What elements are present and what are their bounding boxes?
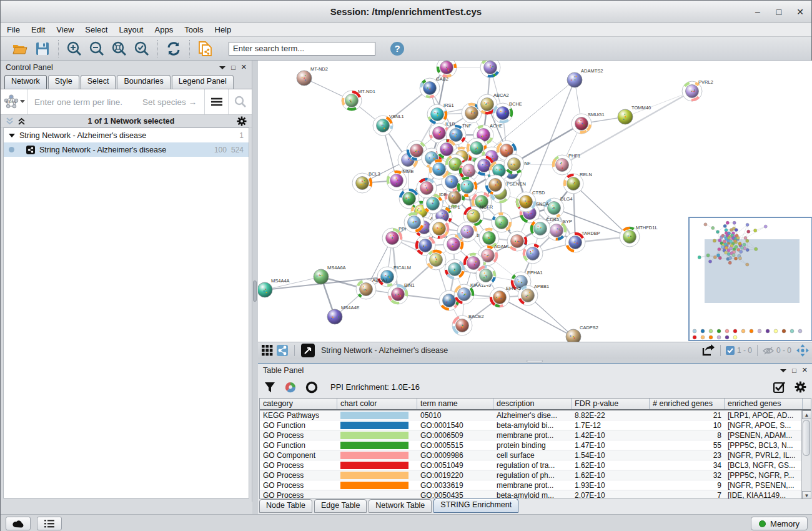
close-button[interactable]: ✕ — [795, 7, 805, 17]
float-panel-icon[interactable]: □ — [792, 367, 796, 374]
menu-help[interactable]: Help — [215, 25, 232, 34]
network-node-tardbp[interactable]: TARDBP — [565, 231, 600, 252]
network-node[interactable] — [457, 222, 477, 242]
scroll-thumb[interactable] — [803, 420, 810, 456]
tab-string-enrichment[interactable]: STRING Enrichment — [433, 499, 518, 513]
table-row[interactable]: GO ProcessGO:0033619membrane prot...1.93… — [260, 480, 811, 490]
navigator-icon[interactable] — [796, 344, 809, 357]
table-row[interactable]: GO ProcessGO:0006509membrane prot...1.42… — [260, 430, 811, 440]
column-header-description[interactable]: description — [493, 399, 572, 409]
collapse-all-icon[interactable] — [6, 117, 14, 125]
table-row[interactable]: GO ProcessGO:0050435beta-amyloid m...2.0… — [260, 490, 811, 499]
network-node-pvrl2[interactable]: PVRL2 — [682, 79, 713, 101]
network-node-apbb1[interactable]: APBB1 — [518, 284, 549, 305]
table-row[interactable]: GO ComponentGO:0009986cell surface1.54E-… — [260, 450, 811, 460]
filter-icon[interactable] — [264, 382, 275, 393]
network-row[interactable]: String Network - Alzheimer's disease 100… — [4, 142, 249, 157]
tab-boundaries[interactable]: Boundaries — [117, 75, 170, 89]
annotation-mode-icon[interactable] — [301, 344, 315, 357]
table-gear-icon[interactable] — [795, 381, 806, 393]
menu-view[interactable]: View — [56, 25, 74, 34]
network-node-tomm40[interactable]: TOMM40 — [618, 105, 651, 124]
network-node[interactable] — [417, 178, 437, 198]
zoom-out-icon[interactable] — [89, 41, 105, 57]
network-node[interactable] — [457, 177, 477, 197]
network-node[interactable] — [404, 212, 424, 232]
string-logo-dropdown[interactable]: STRING — [1, 89, 28, 114]
network-node-smug1[interactable]: SMUG1 — [572, 112, 605, 134]
network-node-cadps2[interactable]: CADPS2 — [566, 325, 598, 342]
memory-button[interactable]: Memory — [751, 517, 808, 530]
network-node-reln[interactable]: RELN — [563, 172, 592, 194]
panel-menu-icon[interactable] — [780, 368, 786, 373]
network-options-gear-icon[interactable] — [237, 116, 247, 126]
export-network-icon[interactable] — [701, 344, 715, 357]
zoom-selected-icon[interactable] — [134, 41, 150, 57]
tab-network-table[interactable]: Network Table — [369, 499, 432, 513]
help-icon[interactable]: ? — [389, 41, 405, 57]
task-history-button[interactable] — [37, 517, 62, 530]
zoom-fit-icon[interactable] — [111, 41, 127, 57]
string-term-input[interactable]: Enter one term per line. — [28, 97, 142, 107]
maximize-button[interactable]: □ — [774, 7, 784, 17]
splitter-handle[interactable] — [253, 280, 257, 302]
network-node[interactable] — [476, 266, 496, 285]
tab-legend-panel[interactable]: Legend Panel — [172, 75, 234, 89]
scroll-up-icon[interactable]: ▲ — [802, 410, 811, 419]
network-from-clipboard-icon[interactable] — [197, 41, 214, 57]
network-node-phf1[interactable]: PHF1 — [552, 153, 580, 175]
string-menu-icon[interactable] — [204, 89, 228, 114]
menu-select[interactable]: Select — [85, 25, 107, 34]
network-node[interactable] — [437, 61, 457, 77]
string-share-icon[interactable] — [277, 345, 288, 356]
network-node-gab2[interactable]: GAB2 — [420, 76, 448, 98]
set-species-link[interactable]: Set species → — [142, 97, 204, 107]
column-header-term-name[interactable]: term name — [417, 399, 493, 409]
select-columns-icon[interactable] — [773, 381, 786, 394]
network-node-bace2[interactable]: BACE2 — [452, 314, 484, 335]
open-session-icon[interactable] — [12, 41, 28, 57]
network-node-dlg4[interactable]: DLG4 — [544, 196, 573, 218]
float-panel-icon[interactable]: □ — [231, 64, 235, 71]
network-node-mt-nd2[interactable]: MT-ND2 — [297, 66, 328, 86]
close-panel-icon[interactable]: ✕ — [802, 366, 808, 374]
column-header-category[interactable]: category — [260, 399, 337, 409]
network-node-mthfd1l[interactable]: MTHFD1L — [620, 225, 658, 247]
tab-style[interactable]: Style — [48, 75, 79, 89]
network-node[interactable] — [504, 154, 524, 174]
tab-select[interactable]: Select — [81, 75, 116, 89]
expand-all-icon[interactable] — [17, 117, 26, 125]
hsplitter-handle[interactable] — [527, 360, 543, 362]
close-panel-icon[interactable]: ✕ — [241, 63, 247, 71]
column-header-fdr-p-value[interactable]: FDR p-value — [572, 399, 650, 409]
search-input[interactable] — [229, 42, 375, 56]
table-row[interactable]: GO ProcessGO:0051049regulation of tra...… — [260, 460, 811, 470]
menu-layout[interactable]: Layout — [119, 25, 143, 34]
table-row[interactable]: GO FunctionGO:0001540beta-amyloid bi...1… — [260, 420, 811, 430]
column-header-chart-color[interactable]: chart color — [337, 399, 417, 409]
network-node-mt-nd1[interactable]: MT-ND1 — [342, 89, 375, 111]
menu-edit[interactable]: Edit — [31, 25, 45, 34]
network-collection-row[interactable]: String Network - Alzheimer's disease 1 — [4, 128, 249, 142]
table-row[interactable]: KEGG Pathways05010Alzheimer's dise...8.8… — [260, 410, 811, 420]
menu-tools[interactable]: Tools — [184, 25, 203, 34]
string-search-icon[interactable] — [228, 89, 252, 114]
menu-file[interactable]: File — [7, 25, 20, 34]
table-row[interactable]: GO FunctionGO:0005515protein binding1.47… — [260, 440, 811, 450]
tree-expand-icon[interactable] — [9, 133, 15, 138]
refresh-icon[interactable] — [166, 41, 182, 57]
panel-menu-icon[interactable] — [219, 65, 225, 70]
network-node-adamts2[interactable]: ADAMTS2 — [567, 68, 603, 87]
tab-node-table[interactable]: Node Table — [259, 499, 312, 513]
network-node[interactable] — [445, 259, 465, 279]
column-header--enriched-genes[interactable]: # enriched genes — [650, 399, 725, 409]
menu-apps[interactable]: Apps — [155, 25, 174, 34]
network-node-abca7[interactable]: ABCA7 — [356, 277, 388, 299]
chart-settings-icon[interactable] — [284, 381, 297, 394]
network-node-bche[interactable]: BCHE — [493, 101, 522, 123]
scroll-down-icon[interactable]: ▼ — [802, 491, 811, 499]
network-node[interactable] — [523, 244, 543, 264]
tab-network[interactable]: Network — [4, 75, 47, 89]
vertical-splitter[interactable] — [252, 61, 258, 514]
network-node[interactable] — [426, 250, 446, 270]
